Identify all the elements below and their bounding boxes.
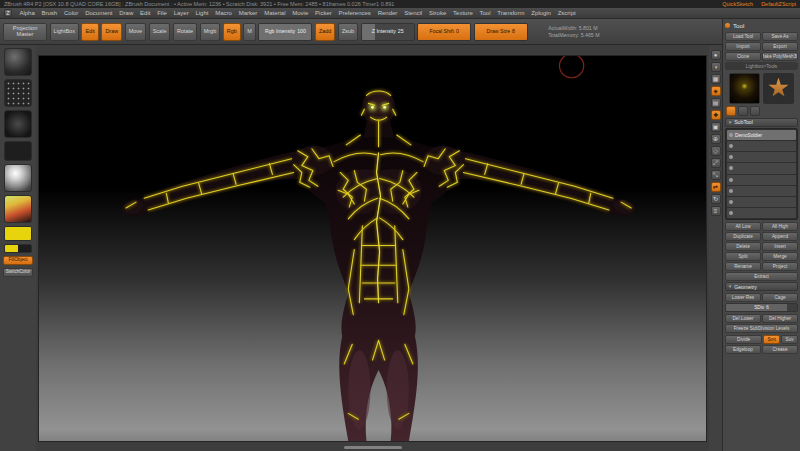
persp-icon[interactable]: ✚ <box>711 110 721 120</box>
visibility-eye-icon[interactable] <box>729 133 733 137</box>
switch-color-swatch[interactable] <box>4 244 32 253</box>
subtool-button[interactable]: Extract <box>725 272 798 281</box>
zsub-button[interactable]: Zsub <box>338 23 358 41</box>
subtool-button[interactable]: Insert <box>762 242 798 251</box>
color-picker[interactable] <box>4 195 32 223</box>
menu-item[interactable]: Zplugin <box>528 10 554 16</box>
scroll-icon[interactable]: ≡ <box>711 206 721 216</box>
lsym-icon[interactable]: ◇ <box>711 146 721 156</box>
smt-toggle[interactable]: Smt <box>763 335 780 344</box>
draw-size-slider[interactable]: Draw Size8 <box>474 23 528 41</box>
menu-item[interactable]: Stroke <box>426 10 450 16</box>
rgb-intensity-slider[interactable]: Rgb Intensity100 <box>258 23 312 41</box>
subtool-button[interactable]: All Low <box>725 222 761 231</box>
current-brush-thumbnail[interactable] <box>4 48 32 76</box>
main-color-swatch[interactable] <box>4 226 32 241</box>
cage-button[interactable]: Cage <box>762 293 798 302</box>
floor-icon[interactable]: ▣ <box>711 122 721 132</box>
subtool-row[interactable]: DemoSoldier <box>727 130 796 140</box>
recent-tool-icon[interactable] <box>726 106 736 116</box>
tool-file-button[interactable]: Import <box>725 42 761 51</box>
edgeloop-button[interactable]: Edgeloop <box>725 345 761 354</box>
visibility-eye-icon[interactable] <box>729 200 733 204</box>
subtool-section-header[interactable]: ▼ SubTool <box>725 118 798 127</box>
projection-master-button[interactable]: Projection Master <box>3 23 47 41</box>
polyframe-icon[interactable]: ▦ <box>711 74 721 84</box>
move-icon[interactable]: ⤡ <box>711 170 721 180</box>
suv-toggle[interactable]: Suv <box>781 335 798 344</box>
quicksketch-label[interactable]: QuickSketch <box>722 1 753 7</box>
document-canvas[interactable] <box>38 55 707 442</box>
tool-palette-header[interactable]: Tool <box>725 20 798 30</box>
subtool-row[interactable] <box>727 186 796 196</box>
scale-icon[interactable]: ⇄ <box>711 182 721 192</box>
menu-item[interactable]: Tool <box>476 10 494 16</box>
current-texture-thumbnail[interactable] <box>4 141 32 161</box>
menu-item[interactable]: Alpha <box>16 10 38 16</box>
subtool-button[interactable]: Duplicate <box>725 232 761 241</box>
menu-item[interactable]: Texture <box>450 10 476 16</box>
tool-file-button[interactable]: Clone <box>725 52 761 61</box>
edit-button[interactable]: Edit <box>81 23 98 41</box>
menu-item[interactable]: Transform <box>494 10 528 16</box>
lightbox-tools-strip[interactable]: Lightbox>Tools <box>725 62 798 70</box>
switch-color-button[interactable]: SwitchColor <box>3 268 33 277</box>
visibility-eye-icon[interactable] <box>729 166 733 170</box>
divide-button[interactable]: Divide <box>725 335 762 344</box>
menu-item[interactable]: Movie <box>289 10 312 16</box>
current-tool-thumbnail[interactable] <box>729 73 760 104</box>
tool-file-button[interactable]: Save As <box>762 32 798 41</box>
rotate-icon[interactable]: ↻ <box>711 194 721 204</box>
subtool-row[interactable] <box>727 208 796 218</box>
rgb-button[interactable]: Rgb <box>223 23 241 41</box>
sdiv-slider[interactable]: SDiv 6 <box>725 303 798 312</box>
subtool-button[interactable]: Project <box>762 262 798 271</box>
menu-item[interactable]: Zscript <box>554 10 579 16</box>
subtool-row[interactable] <box>727 197 796 207</box>
local-icon[interactable]: ⊕ <box>711 134 721 144</box>
ghost-icon[interactable]: ▤ <box>711 98 721 108</box>
subtool-row[interactable] <box>727 163 796 173</box>
z-intensity-slider[interactable]: Z Intensity25 <box>361 23 415 41</box>
menu-item[interactable]: File <box>154 10 170 16</box>
subtool-button[interactable]: Split <box>725 252 761 261</box>
recent-tool-icon[interactable] <box>738 106 748 116</box>
menu-item[interactable]: Color <box>61 10 82 16</box>
crease-button[interactable]: Crease <box>762 345 798 354</box>
menu-item[interactable]: Draw <box>116 10 137 16</box>
lower-res-button[interactable]: Lower Res <box>725 293 761 302</box>
subtool-row[interactable] <box>727 152 796 162</box>
tool-file-button[interactable]: Export <box>762 42 798 51</box>
menu-item[interactable]: Macro <box>212 10 235 16</box>
recent-tool-icon[interactable] <box>750 106 760 116</box>
frame-icon[interactable]: ⤢ <box>711 158 721 168</box>
bpr-icon[interactable]: ● <box>711 50 721 60</box>
menu-item[interactable]: Edit <box>137 10 154 16</box>
tool-file-button[interactable]: Load Tool <box>725 32 761 41</box>
move-button[interactable]: Move <box>125 23 146 41</box>
current-alpha-thumbnail[interactable] <box>4 110 32 138</box>
zadd-button[interactable]: Zadd <box>315 23 336 41</box>
menu-item[interactable]: Brush <box>38 10 60 16</box>
visibility-eye-icon[interactable] <box>729 189 733 193</box>
subtool-button[interactable]: Delete <box>725 242 761 251</box>
menu-item[interactable]: Material <box>261 10 289 16</box>
current-stroke-thumbnail[interactable] <box>4 79 32 107</box>
menu-item[interactable]: Layer <box>170 10 192 16</box>
lightbox-button[interactable]: LightBox <box>50 23 79 41</box>
menu-item[interactable]: Preferences <box>335 10 374 16</box>
subtool-button[interactable]: All High <box>762 222 798 231</box>
tool-file-button[interactable]: Make PolyMesh3D <box>762 52 798 61</box>
transp-icon[interactable]: ◈ <box>711 86 721 96</box>
menu-item[interactable]: Render <box>374 10 400 16</box>
freeze-subdivision-button[interactable]: Freeze SubDivision Levels <box>725 324 798 333</box>
rotate-button[interactable]: Rotate <box>173 23 197 41</box>
draw-button[interactable]: Draw <box>101 23 122 41</box>
subtool-row[interactable] <box>727 175 796 185</box>
del-higher-button[interactable]: Del Higher <box>762 314 798 323</box>
canvas-hscrollbar[interactable] <box>344 446 402 449</box>
subtool-row[interactable] <box>727 141 796 151</box>
default-zscript-label[interactable]: DefaultZScript <box>761 1 796 7</box>
focal-shift-slider[interactable]: Focal Shift0 <box>417 23 471 41</box>
scale-button[interactable]: Scale <box>149 23 171 41</box>
